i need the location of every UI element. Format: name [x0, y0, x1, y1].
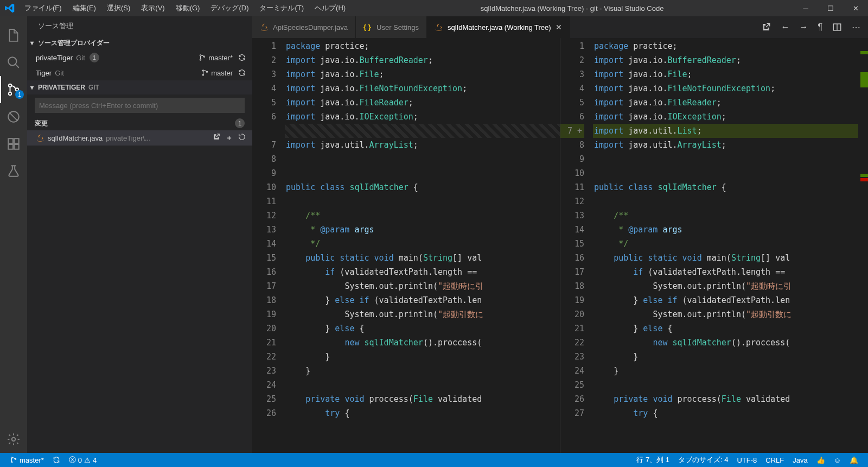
editor-area: ApiSpeciesDumper.java { } User Settings … [252, 16, 868, 453]
diff-original-pane: 1234567891011121314151617181920212223242… [252, 38, 560, 453]
code-left[interactable]: package practice;import java.io.Buffered… [285, 38, 560, 453]
tab-label: User Settings [376, 23, 419, 31]
minimize-icon[interactable]: ─ [793, 4, 818, 12]
tab-sqlidmatcher[interactable]: sqlIdMatcher.java (Working Tree) ✕ [427, 16, 570, 38]
gutter-left: 1234567891011121314151617181920212223242… [252, 38, 285, 453]
changed-file-path: privateTiger\... [106, 134, 151, 142]
activity-scm[interactable]: 1 [0, 76, 27, 103]
activity-debug[interactable] [0, 103, 27, 130]
warning-icon: ⚠ [84, 456, 91, 464]
provider-privatetiger[interactable]: privateTiger Git 1 master* [27, 50, 252, 65]
window-controls: ─ ☐ ✕ [793, 4, 868, 12]
providers-header-label: ソース管理プロバイダー [38, 39, 110, 48]
sidebar-title: ソース管理 [27, 16, 252, 36]
svg-point-18 [11, 462, 12, 463]
repo-header[interactable]: ▾ PRIVATETIGER GIT [27, 80, 252, 94]
status-bar: master* ⓧ0 ⚠4 行 7、列 1 タブのサイズ: 4 UTF-8 CR… [0, 453, 868, 467]
sync-icon[interactable] [238, 54, 246, 62]
status-cursor[interactable]: 行 7、列 1 [632, 455, 674, 465]
svg-point-2 [9, 92, 11, 95]
chevron-down-icon: ▾ [30, 39, 38, 47]
activity-test[interactable] [0, 157, 27, 185]
svg-point-1 [9, 84, 11, 87]
providers-header[interactable]: ▾ ソース管理プロバイダー [27, 36, 252, 50]
gutter-right: 1234567 +8910111213141516171819202122232… [560, 38, 593, 453]
tab-label: sqlIdMatcher.java (Working Tree) [448, 23, 551, 31]
svg-point-0 [8, 57, 16, 65]
changes-header[interactable]: 変更 1 [27, 116, 252, 130]
menu-debug[interactable]: デバッグ(D) [205, 3, 254, 13]
more-icon[interactable]: ⋯ [852, 22, 860, 33]
activity-search[interactable] [0, 49, 27, 76]
svg-point-17 [11, 457, 12, 458]
menu-select[interactable]: 選択(S) [101, 3, 136, 13]
svg-rect-8 [14, 138, 19, 143]
close-icon[interactable]: ✕ [843, 4, 868, 12]
menu-terminal[interactable]: ターミナル(T) [254, 3, 309, 13]
branch-icon[interactable]: master* [199, 54, 233, 62]
status-sync[interactable] [48, 456, 65, 464]
activity-extensions[interactable] [0, 130, 27, 157]
svg-point-13 [203, 70, 204, 71]
java-icon [260, 23, 269, 31]
diff-modified-pane: 1234567 +8910111213141516171819202122232… [560, 38, 868, 453]
tab-actions: ← → ¶ ⋯ [754, 16, 868, 38]
repo-header-kind: GIT [88, 84, 99, 91]
menu-help[interactable]: ヘルプ(H) [309, 3, 351, 13]
svg-rect-5 [8, 138, 13, 143]
java-icon [435, 23, 443, 31]
tab-user-settings[interactable]: { } User Settings [356, 16, 427, 38]
status-feedback-icon[interactable]: ☺ [829, 456, 845, 464]
open-changes-icon[interactable] [761, 22, 771, 32]
menu-go[interactable]: 移動(G) [170, 3, 206, 13]
activity-explorer[interactable] [0, 22, 27, 49]
branch-icon[interactable]: master [201, 69, 233, 77]
status-problems[interactable]: ⓧ0 ⚠4 [65, 455, 101, 465]
menu-file[interactable]: ファイル(F) [19, 3, 67, 13]
prev-change-icon[interactable]: ← [781, 22, 789, 32]
maximize-icon[interactable]: ☐ [818, 4, 843, 12]
minimap[interactable] [858, 38, 868, 453]
scm-badge: 1 [15, 90, 24, 99]
status-thumbs-icon[interactable]: 👍 [812, 456, 829, 464]
svg-rect-7 [14, 144, 19, 149]
scm-sidebar: ソース管理 ▾ ソース管理プロバイダー privateTiger Git 1 m… [27, 16, 252, 453]
tab-apispeciesdumper[interactable]: ApiSpeciesDumper.java [252, 16, 356, 38]
activity-bar: 1 [0, 16, 27, 453]
menu-bar: ファイル(F) 編集(E) 選択(S) 表示(V) 移動(G) デバッグ(D) … [19, 3, 351, 13]
editor-tabs: ApiSpeciesDumper.java { } User Settings … [252, 16, 868, 38]
svg-point-11 [200, 59, 201, 60]
menu-view[interactable]: 表示(V) [136, 3, 170, 13]
open-file-icon[interactable] [213, 133, 220, 143]
java-icon [36, 134, 44, 142]
json-icon: { } [363, 23, 372, 31]
commit-message-input[interactable] [35, 98, 245, 113]
activity-settings[interactable] [0, 426, 27, 453]
vscode-icon [0, 3, 19, 13]
menu-edit[interactable]: 編集(E) [67, 3, 101, 13]
code-right[interactable]: package practice;import java.io.Buffered… [593, 38, 858, 453]
svg-point-9 [12, 438, 16, 441]
status-bell-icon[interactable]: 🔔 [845, 456, 863, 464]
stage-icon[interactable]: ＋ [226, 133, 233, 143]
provider-tiger[interactable]: Tiger Git master [27, 65, 252, 80]
titlebar: ファイル(F) 編集(E) 選択(S) 表示(V) 移動(G) デバッグ(D) … [0, 0, 868, 16]
discard-icon[interactable] [238, 133, 246, 143]
status-encoding[interactable]: UTF-8 [732, 456, 761, 464]
tab-close-icon[interactable]: ✕ [556, 23, 562, 31]
tab-label: ApiSpeciesDumper.java [273, 23, 348, 31]
status-branch[interactable]: master* [5, 456, 48, 464]
error-icon: ⓧ [69, 455, 76, 465]
status-eol[interactable]: CRLF [761, 456, 788, 464]
whitespace-icon[interactable]: ¶ [818, 22, 822, 32]
chevron-down-icon: ▾ [30, 84, 38, 91]
split-editor-icon[interactable] [832, 22, 842, 32]
svg-rect-6 [8, 144, 13, 149]
status-lang[interactable]: Java [788, 456, 812, 464]
changed-file-row[interactable]: sqlIdMatcher.java privateTiger\... ＋ [27, 130, 252, 146]
repo-header-name: PRIVATETIGER [38, 84, 85, 91]
sync-icon[interactable] [238, 69, 246, 77]
next-change-icon[interactable]: → [799, 22, 808, 32]
changed-file-name: sqlIdMatcher.java [48, 134, 103, 142]
status-tabsize[interactable]: タブのサイズ: 4 [674, 455, 732, 465]
